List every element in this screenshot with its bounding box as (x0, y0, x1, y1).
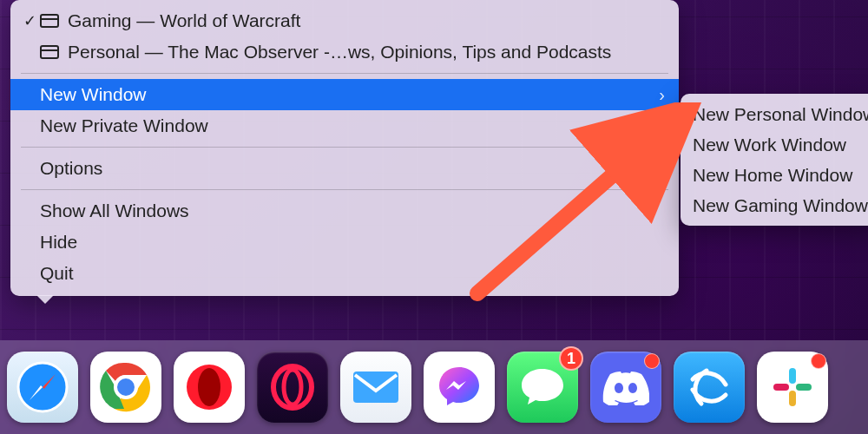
window-label: Personal — The Mac Observer -…ws, Opinio… (68, 42, 665, 62)
menu-label: Options (40, 158, 659, 179)
window-label: Gaming — World of Warcraft (68, 10, 665, 31)
macos-dock: 1 (0, 340, 868, 434)
new-window-submenu: New Personal Window New Work Window New … (681, 94, 868, 226)
chrome-icon (98, 359, 154, 415)
badge-dot (644, 353, 660, 369)
menu-separator (21, 147, 668, 148)
mail-icon (352, 370, 400, 404)
svg-point-11 (284, 370, 301, 404)
menu-window-item[interactable]: Personal — The Mac Observer -…ws, Opinio… (10, 36, 679, 68)
window-icon (40, 45, 59, 59)
discord-icon (602, 369, 649, 405)
menu-quit[interactable]: Quit (10, 258, 679, 289)
menu-pointer-tail (36, 295, 54, 304)
checkmark-icon: ✓ (19, 11, 40, 30)
slack-icon (770, 365, 815, 410)
opera-gx-icon (266, 361, 319, 413)
menu-window-item[interactable]: ✓ Gaming — World of Warcraft (10, 5, 679, 36)
dock-app-safari[interactable] (7, 352, 78, 423)
badge-dot (811, 353, 826, 369)
submenu-item-home[interactable]: New Home Window (681, 160, 868, 190)
menu-label: New Window (40, 84, 659, 105)
dock-app-messages[interactable]: 1 (507, 352, 578, 423)
dock-app-battlenet[interactable] (674, 352, 745, 423)
menu-label: Quit (40, 263, 665, 284)
dock-context-menu: ✓ Gaming — World of Warcraft Personal — … (10, 0, 679, 296)
menu-new-private-window[interactable]: New Private Window (10, 110, 679, 141)
submenu-item-gaming[interactable]: New Gaming Window (681, 190, 868, 220)
svg-rect-13 (789, 368, 796, 384)
menu-separator (21, 73, 668, 74)
window-icon (40, 14, 59, 28)
chevron-right-icon: › (659, 159, 665, 179)
svg-point-10 (273, 366, 312, 408)
safari-icon (16, 360, 69, 414)
menu-separator (21, 189, 668, 190)
opera-icon (183, 361, 235, 413)
svg-rect-16 (773, 384, 789, 391)
menu-label: Hide (40, 232, 665, 253)
menu-show-all-windows[interactable]: Show All Windows (10, 195, 679, 227)
submenu-item-work[interactable]: New Work Window (681, 129, 868, 160)
dock-app-opera-gx[interactable] (257, 352, 328, 423)
menu-label: Show All Windows (40, 201, 665, 221)
messenger-icon (434, 362, 484, 412)
svg-point-9 (198, 368, 220, 406)
menu-hide[interactable]: Hide (10, 227, 679, 258)
menu-options[interactable]: Options › (10, 153, 679, 184)
menu-label: New Private Window (40, 115, 665, 136)
chevron-right-icon: › (659, 85, 665, 105)
submenu-item-personal[interactable]: New Personal Window (681, 99, 868, 129)
svg-rect-15 (789, 391, 796, 406)
dock-app-chrome[interactable] (90, 352, 161, 423)
dock-app-discord[interactable] (590, 352, 661, 423)
badge: 1 (559, 346, 583, 371)
battlenet-icon (684, 362, 734, 412)
messages-icon (518, 365, 567, 409)
dock-app-slack[interactable] (757, 352, 828, 423)
svg-rect-14 (796, 384, 812, 391)
dock-app-messenger[interactable] (424, 352, 495, 423)
svg-rect-12 (353, 372, 398, 403)
menu-new-window[interactable]: New Window › (10, 79, 679, 110)
dock-app-mail[interactable] (340, 352, 411, 423)
dock-app-opera[interactable] (174, 352, 245, 423)
